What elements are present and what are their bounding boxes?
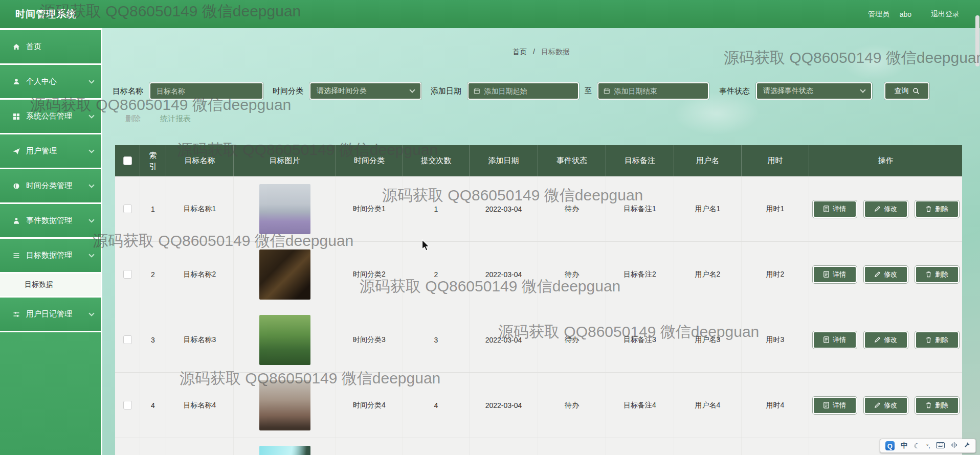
edit-button[interactable]: 修改 — [864, 397, 908, 414]
event-status-label: 事件状态 — [719, 86, 750, 96]
bulk-actions: 删除 统计报表 — [125, 114, 191, 124]
cell-username: 用户名1 — [674, 176, 742, 241]
sidebar-subitem-goal-data[interactable]: 目标数据 — [0, 274, 101, 296]
breadcrumb: 首页 / 目标数据 — [102, 48, 980, 57]
goal-photo — [259, 315, 310, 365]
table-row: 2 目标名称2 时间分类2 2 2022-03-04 待办 目标备注2 用户名2… — [115, 242, 962, 307]
punctuation-icon[interactable]: °, — [926, 443, 930, 449]
col-event-status: 事件状态 — [538, 145, 606, 176]
sidebar-item-user-mgmt[interactable]: 用户管理 — [0, 134, 101, 168]
row-checkbox[interactable] — [123, 335, 132, 344]
table-row — [115, 438, 962, 455]
delete-button[interactable]: 删除 — [915, 200, 959, 218]
user-icon — [12, 78, 20, 86]
detail-button[interactable]: 详情 — [813, 266, 857, 283]
cell-event-status: 待办 — [538, 242, 606, 307]
sliders-icon — [12, 310, 20, 318]
ime-logo-icon[interactable]: Q — [885, 441, 895, 450]
date-start-field[interactable] — [467, 82, 579, 100]
date-start-input[interactable] — [484, 87, 573, 95]
cell-username: 用户名4 — [674, 373, 742, 438]
main-content: 首页 / 目标数据 目标名称 时间分类 请选择时间分类 添加日期 至 事件状态 … — [102, 28, 980, 455]
wrench-icon[interactable] — [964, 442, 970, 450]
ime-chinese-mode[interactable]: 中 — [901, 441, 908, 450]
event-status-select[interactable]: 请选择事件状态 — [756, 82, 872, 100]
cell-index: 3 — [140, 307, 166, 372]
cell-submit-count — [403, 438, 470, 455]
split-cursor-icon[interactable] — [951, 442, 957, 450]
date-end-input[interactable] — [614, 87, 703, 95]
sidebar-item-goal-data-mgmt[interactable]: 目标数据管理 — [0, 239, 101, 272]
pen-icon — [874, 336, 881, 343]
delete-button[interactable]: 删除 — [915, 397, 959, 414]
sidebar-item-home[interactable]: 首页 — [0, 30, 101, 63]
cell-goal-name: 目标名称4 — [166, 373, 234, 438]
edit-button[interactable]: 修改 — [864, 200, 908, 218]
col-goal-name: 目标名称 — [166, 145, 234, 176]
table-row: 4 目标名称4 时间分类4 4 2022-03-04 待办 目标备注4 用户名4… — [115, 373, 962, 438]
cell-duration: 用时2 — [742, 242, 809, 307]
sidebar-item-time-category-mgmt[interactable]: 时间分类管理 — [0, 169, 101, 202]
moon-icon[interactable]: ☾ — [914, 442, 921, 450]
row-checkbox[interactable] — [123, 204, 132, 213]
cell-username: 用户名3 — [674, 307, 742, 372]
scrollbar-thumb[interactable] — [975, 15, 979, 66]
breadcrumb-home[interactable]: 首页 — [513, 48, 527, 57]
col-time-category: 时间分类 — [336, 145, 403, 176]
date-to-label: 至 — [585, 86, 592, 96]
date-end-field[interactable] — [597, 82, 709, 100]
edit-button[interactable]: 修改 — [864, 331, 908, 349]
cell-goal-name: 目标名称1 — [166, 176, 234, 241]
search-button[interactable]: 查询 — [884, 82, 929, 100]
cell-add-date: 2022-03-04 — [470, 307, 538, 372]
time-category-select[interactable]: 请选择时间分类 — [309, 82, 421, 100]
cell-index: 1 — [140, 176, 166, 241]
cell-event-status: 待办 — [538, 176, 606, 241]
goal-photo — [259, 380, 310, 430]
col-duration: 用时 — [742, 145, 809, 176]
trash-icon — [925, 206, 932, 212]
cell-goal-note: 目标备注3 — [606, 307, 674, 372]
delete-button[interactable]: 删除 — [915, 331, 959, 349]
home-icon — [12, 43, 20, 51]
detail-button[interactable]: 详情 — [813, 331, 857, 349]
row-checkbox[interactable] — [123, 270, 132, 279]
chevron-down-icon — [860, 87, 865, 93]
row-checkbox[interactable] — [123, 401, 132, 410]
edit-button[interactable]: 修改 — [864, 266, 908, 283]
cell-submit-count: 4 — [403, 373, 470, 438]
cell-goal-name — [166, 438, 234, 455]
chevron-down-icon — [88, 182, 94, 188]
table-header-row: 索引 目标名称 目标图片 时间分类 提交次数 添加日期 事件状态 目标备注 用户… — [115, 145, 962, 176]
select-all-checkbox[interactable] — [123, 156, 132, 165]
sidebar-item-announcement-mgmt[interactable]: 系统公告管理 — [0, 100, 101, 133]
trash-icon — [925, 336, 932, 343]
logout-link[interactable]: 退出登录 — [931, 10, 960, 19]
sidebar-item-personal-center[interactable]: 个人中心 — [0, 65, 101, 98]
search-icon — [912, 87, 920, 95]
sidebar-item-event-data-mgmt[interactable]: 事件数据管理 — [0, 204, 101, 237]
person-icon — [12, 217, 20, 225]
add-date-label: 添加日期 — [431, 86, 461, 96]
keyboard-icon[interactable] — [936, 442, 945, 450]
detail-button[interactable]: 详情 — [813, 397, 857, 414]
goal-name-input[interactable] — [149, 82, 263, 100]
cell-time-category: 时间分类2 — [336, 242, 403, 307]
cell-submit-count: 3 — [403, 307, 470, 372]
bulk-delete-button[interactable]: 删除 — [125, 114, 141, 124]
document-icon — [823, 206, 830, 212]
delete-button[interactable]: 删除 — [915, 266, 959, 283]
sidebar-item-user-diary-mgmt[interactable]: 用户日记管理 — [0, 298, 101, 331]
grid-icon — [12, 112, 20, 121]
col-index: 索引 — [140, 145, 166, 176]
cell-event-status — [538, 438, 606, 455]
ime-toolbar: Q 中 ☾ °, — [880, 439, 976, 453]
detail-button[interactable]: 详情 — [813, 200, 857, 218]
user-role: 管理员 — [868, 10, 889, 19]
cell-goal-note — [606, 438, 674, 455]
cell-event-status: 待办 — [538, 373, 606, 438]
report-button[interactable]: 统计报表 — [160, 114, 191, 124]
cell-time-category: 时间分类4 — [336, 373, 403, 438]
cell-duration — [742, 438, 809, 455]
col-username: 用户名 — [674, 145, 742, 176]
